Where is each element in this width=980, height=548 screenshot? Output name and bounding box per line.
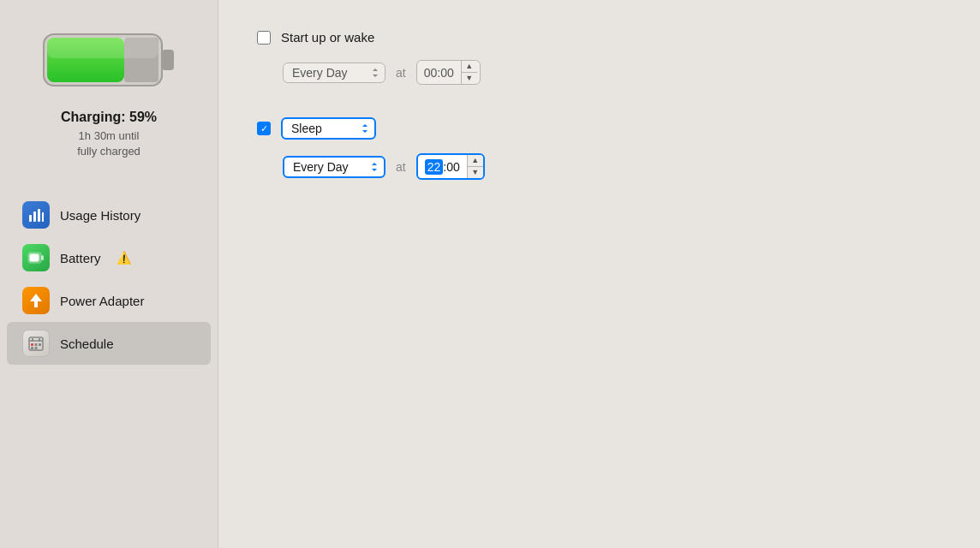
main-content: Start up or wake Every Day Weekdays Week… [218,0,980,548]
sidebar-item-battery[interactable]: Battery ⚠️ [7,236,211,279]
svg-rect-5 [29,215,32,222]
battery-icon-container [40,26,177,94]
sleep-time-input: 22:00 ▲ ▼ [416,153,485,180]
svg-rect-4 [47,38,158,58]
sleep-time-up[interactable]: ▲ [468,155,483,166]
svg-rect-21 [35,347,38,349]
svg-rect-7 [38,209,40,222]
sleep-at-label: at [396,160,406,174]
battery-nav-icon [22,244,50,271]
sleep-checkbox[interactable]: ✓ [257,122,271,135]
sleep-min: 00 [446,160,460,174]
sidebar-item-schedule[interactable]: Schedule [7,322,211,365]
sleep-hour: 22 [425,159,444,175]
svg-rect-11 [41,255,44,260]
sidebar-item-label-usage: Usage History [60,208,140,223]
power-adapter-icon [22,287,50,314]
sleep-settings-row: Every Day Weekdays Weekends at 22:00 ▲ ▼ [283,153,941,180]
startup-time-stepper: ▲ ▼ [461,61,477,84]
svg-marker-12 [30,294,42,307]
sleep-time-down[interactable]: ▼ [468,167,483,178]
startup-row: Start up or wake [257,30,941,45]
svg-rect-6 [33,211,36,222]
sidebar-item-label-battery: Battery [60,251,101,265]
schedule-icon [22,330,50,357]
startup-time-input: 00:00 ▲ ▼ [416,60,481,85]
sleep-time-display: 22:00 [418,158,467,176]
charging-status: Charging: 59% [61,110,157,125]
sleep-time-stepper: ▲ ▼ [467,155,483,178]
svg-rect-20 [31,347,33,349]
startup-time-up[interactable]: ▲ [462,61,477,72]
startup-label: Start up or wake [281,30,374,45]
battery-warning-icon: ⚠️ [117,251,131,265]
charging-subtitle: 1h 30m until fully charged [77,128,140,159]
sleep-day-dropdown[interactable]: Every Day Weekdays Weekends [283,156,385,178]
startup-checkbox[interactable] [257,31,271,45]
svg-rect-19 [39,343,41,346]
sidebar-item-label-power: Power Adapter [60,294,144,308]
sidebar-item-usage-history[interactable]: Usage History [7,194,211,236]
sleep-row: ✓ Sleep Restart Shut Down [257,117,941,140]
svg-rect-8 [42,212,44,222]
svg-rect-18 [35,343,38,346]
svg-rect-1 [162,50,174,70]
startup-at-label: at [396,66,406,80]
svg-rect-16 [39,338,40,342]
charging-title: Charging: 59% [61,110,157,125]
startup-time-display: 00:00 [417,63,461,82]
svg-rect-15 [32,338,33,342]
startup-day-dropdown[interactable]: Every Day Weekdays Weekends [283,63,385,83]
sidebar-item-label-schedule: Schedule [60,337,114,351]
svg-rect-17 [31,343,33,346]
sidebar-item-power-adapter[interactable]: Power Adapter [7,279,211,322]
usage-history-icon [22,201,50,229]
sidebar-nav: Usage History Battery ⚠️ Power Adapter [0,194,218,365]
svg-rect-10 [30,254,39,262]
sleep-type-dropdown[interactable]: Sleep Restart Shut Down [281,117,376,140]
startup-time-down[interactable]: ▼ [462,73,477,84]
sidebar: Charging: 59% 1h 30m until fully charged… [0,0,218,548]
startup-settings-row: Every Day Weekdays Weekends at 00:00 ▲ ▼ [283,60,941,85]
